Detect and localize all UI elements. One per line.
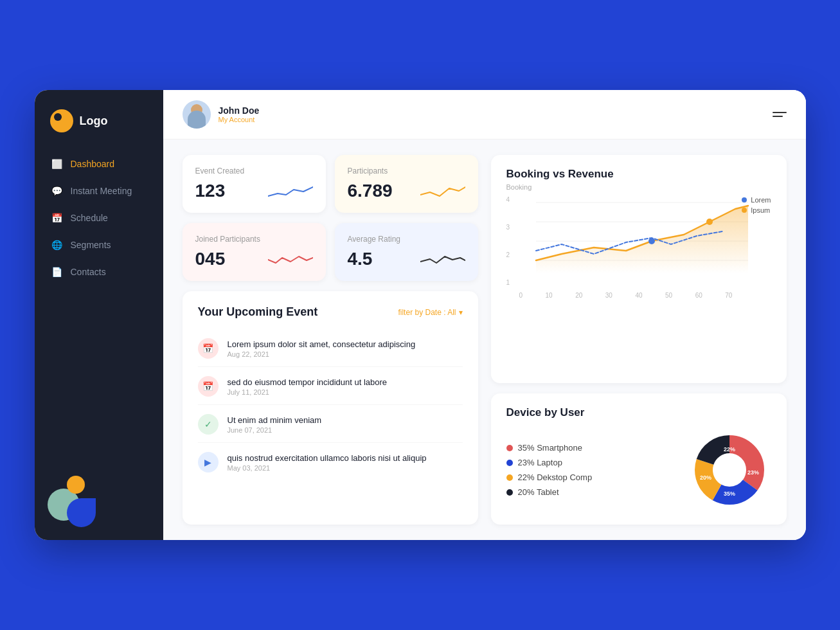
y-axis-labels: 4 3 2 1 [506, 196, 510, 286]
menu-line-2 [773, 116, 783, 117]
mini-chart-joined [268, 250, 313, 269]
event-title-2: Ut enim ad minim veniam [228, 415, 322, 425]
stat-value-joined: 045 [195, 249, 226, 269]
device-dot-tablet [506, 489, 513, 496]
avatar-figure [188, 111, 206, 129]
stat-card-content-1: 6.789 [348, 181, 465, 201]
nav-label-dashboard: Dashboard [71, 159, 115, 169]
stats-row-2: Joined Participants 045 Average Rating 4… [183, 223, 478, 281]
stats-row-1: Event Created 123 Participants 6.789 [183, 155, 478, 213]
sidebar-item-instant-meeting[interactable]: 💬 Instant Meeting [42, 179, 156, 203]
stat-card-content-3: 4.5 [348, 249, 465, 269]
nav-label-segments: Segments [71, 240, 111, 250]
logo-text: Logo [80, 114, 108, 128]
avatar [183, 100, 211, 129]
booking-chart-subtitle: Booking [506, 183, 771, 191]
user-info: John Doe My Account [183, 100, 260, 129]
legend-item-lorem: Lorem [742, 196, 771, 204]
y-label-3: 3 [506, 224, 510, 231]
sidebar: Logo ⬜ Dashboard 💬 Instant Meeting 📅 Sch… [35, 90, 163, 540]
logo-icon [50, 109, 73, 132]
y-label-4: 4 [506, 196, 510, 203]
pie-chart-container: 22% 23% 35% 20% [688, 428, 771, 512]
menu-line-1 [773, 112, 787, 113]
user-name: John Doe [219, 105, 260, 116]
event-date-2: June 07, 2021 [228, 426, 322, 434]
x-label-40: 40 [635, 292, 642, 299]
deco-blue-shape [67, 498, 96, 527]
x-label-30: 30 [605, 292, 612, 299]
stat-value-rating: 4.5 [348, 249, 373, 269]
right-panel: Booking vs Revenue Booking 4 3 2 1 [491, 155, 787, 525]
user-details: John Doe My Account [219, 105, 260, 123]
device-card: Device by User 35% Smartphone 23% Laptop [491, 393, 787, 525]
booking-card: Booking vs Revenue Booking 4 3 2 1 [491, 155, 787, 383]
stat-card-rating: Average Rating 4.5 [335, 223, 478, 281]
svg-text:35%: 35% [723, 491, 735, 497]
stat-card-participants: Participants 6.789 [335, 155, 478, 213]
menu-button[interactable] [773, 112, 787, 117]
event-icon-3: ▶ [198, 452, 219, 473]
device-item-3: 20% Tablet [506, 487, 593, 497]
legend-label-lorem: Lorem [751, 196, 771, 204]
device-label-tablet: 20% Tablet [518, 487, 559, 497]
sidebar-item-contacts[interactable]: 📄 Contacts [42, 260, 156, 284]
mini-chart-event-created [268, 182, 313, 201]
event-item-2: ✓ Ut enim ad minim veniam June 07, 2021 [198, 406, 463, 443]
logo-area: Logo [35, 109, 163, 152]
sidebar-item-dashboard[interactable]: ⬜ Dashboard [42, 152, 156, 176]
booking-chart-area: 4 3 2 1 [506, 196, 771, 299]
event-item-3: ▶ quis nostrud exercitation ullamco labo… [198, 444, 463, 480]
sidebar-item-segments[interactable]: 🌐 Segments [42, 233, 156, 257]
stat-label-event-created: Event Created [195, 166, 313, 176]
mini-chart-rating [420, 250, 465, 269]
device-item-1: 23% Laptop [506, 458, 593, 467]
event-date-0: Aug 22, 2021 [228, 350, 416, 358]
booking-chart-title: Booking vs Revenue [506, 168, 771, 181]
chart-legend: Lorem Ipsum [742, 196, 771, 214]
stat-card-content-2: 045 [195, 249, 313, 269]
device-label-laptop: 23% Laptop [518, 458, 562, 467]
event-title-0: Lorem ipsum dolor sit amet, consectetur … [228, 339, 416, 349]
event-details-2: Ut enim ad minim veniam June 07, 2021 [228, 415, 322, 434]
pie-chart-svg: 22% 23% 35% 20% [688, 428, 771, 512]
upcoming-header: Your Upcoming Event filter by Date : All… [198, 305, 463, 319]
upcoming-card: Your Upcoming Event filter by Date : All… [183, 291, 478, 525]
event-details-1: sed do eiusmod tempor incididunt ut labo… [228, 377, 388, 396]
legend-item-ipsum: Ipsum [742, 206, 771, 214]
device-label-smartphone: 35% Smartphone [518, 443, 582, 453]
device-dot-laptop [506, 460, 513, 466]
x-axis-labels: 0 10 20 30 40 50 60 70 [519, 292, 733, 299]
sidebar-decorations [48, 476, 99, 527]
event-icon-2: ✓ [198, 414, 219, 435]
globe-icon: 🌐 [51, 239, 63, 251]
event-details-0: Lorem ipsum dolor sit amet, consectetur … [228, 339, 416, 358]
event-details-3: quis nostrud exercitation ullamco labori… [228, 453, 427, 472]
event-item-0: 📅 Lorem ipsum dolor sit amet, consectetu… [198, 330, 463, 367]
device-dot-smartphone [506, 445, 513, 451]
chat-icon: 💬 [51, 185, 63, 197]
stat-label-rating: Average Rating [348, 235, 465, 244]
event-item-1: 📅 sed do eiusmod tempor incididunt ut la… [198, 368, 463, 405]
stat-label-joined: Joined Participants [195, 235, 313, 244]
x-label-70: 70 [725, 292, 732, 299]
home-icon: ⬜ [51, 158, 63, 170]
app-container: Logo ⬜ Dashboard 💬 Instant Meeting 📅 Sch… [35, 90, 806, 540]
x-label-50: 50 [665, 292, 672, 299]
event-date-1: July 11, 2021 [228, 388, 388, 396]
filter-chevron-icon: ▾ [459, 308, 463, 317]
stat-label-participants: Participants [348, 166, 465, 176]
mini-chart-participants [420, 182, 465, 201]
event-icon-1: 📅 [198, 376, 219, 397]
filter-button[interactable]: filter by Date : All ▾ [398, 308, 462, 317]
nav-label-contacts: Contacts [71, 267, 106, 277]
x-label-10: 10 [546, 292, 553, 299]
stat-card-content-0: 123 [195, 181, 313, 201]
nav-label-schedule: Schedule [71, 213, 108, 223]
sidebar-item-schedule[interactable]: 📅 Schedule [42, 206, 156, 230]
left-panel: Event Created 123 Participants 6.789 [183, 155, 478, 525]
stat-value-participants: 6.789 [348, 181, 393, 201]
upcoming-title: Your Upcoming Event [198, 305, 318, 319]
user-subtitle: My Account [219, 116, 260, 123]
device-item-0: 35% Smartphone [506, 443, 593, 453]
